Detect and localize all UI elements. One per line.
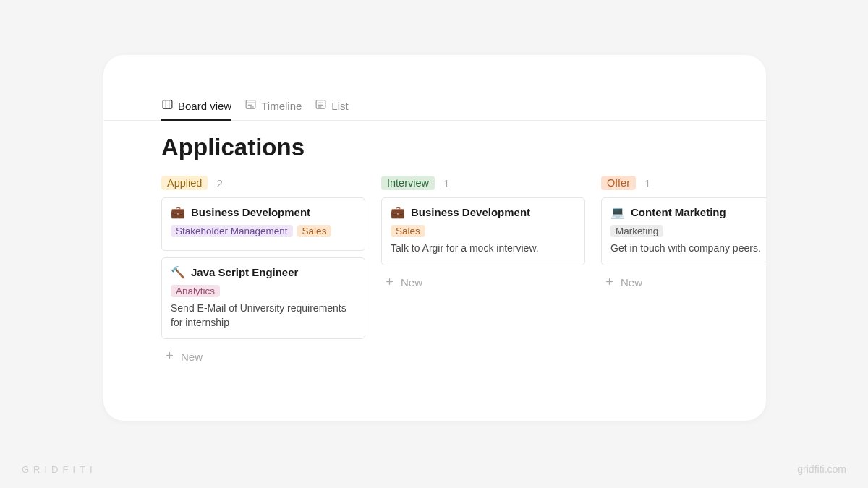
card-title: Business Development (191, 206, 310, 218)
watermark-url: gridfiti.com (797, 463, 846, 475)
card-title-row: 🔨Java Script Engineer (171, 265, 356, 279)
tag: Analytics (171, 285, 220, 297)
kanban-board: Applied2💼Business DevelopmentStakeholder… (103, 167, 766, 367)
column-header: Applied2 (161, 176, 365, 190)
card-tags: Analytics (171, 285, 356, 297)
new-card-button[interactable]: New (161, 346, 365, 367)
tab-board-view[interactable]: Board view (161, 98, 231, 121)
tab-timeline[interactable]: Timeline (244, 98, 302, 121)
app-window: Board view Timeline List Applications Ap… (103, 55, 766, 421)
column-count: 2 (216, 177, 222, 189)
new-card-button[interactable]: New (601, 272, 766, 294)
new-label: New (181, 351, 203, 363)
column-badge[interactable]: Offer (601, 176, 636, 190)
board-card[interactable]: 💼Business DevelopmentSalesTalk to Argir … (381, 197, 585, 265)
board-card[interactable]: 🔨Java Script EngineerAnalyticsSend E-Mai… (161, 257, 365, 339)
page-title: Applications (103, 121, 766, 167)
tag: Sales (297, 225, 332, 237)
column-applied: Applied2💼Business DevelopmentStakeholder… (161, 176, 365, 367)
card-title-row: 💻Content Marketing (610, 205, 766, 219)
card-title: Content Marketing (631, 206, 726, 218)
card-note: Talk to Argir for a mock interview. (391, 241, 576, 256)
tab-label: Board view (178, 100, 231, 112)
card-title-row: 💼Business Development (171, 205, 356, 219)
new-card-button[interactable]: New (381, 272, 585, 294)
tag: Stakeholder Management (171, 225, 293, 237)
tab-label: Timeline (261, 100, 302, 112)
card-title: Java Script Engineer (191, 266, 298, 278)
new-label: New (401, 276, 422, 288)
board-card[interactable]: 💻Content MarketingMarketingGet in touch … (601, 197, 766, 265)
card-note: Send E-Mail of University requirements f… (171, 301, 356, 330)
tab-list[interactable]: List (315, 98, 348, 121)
card-emoji-icon: 💻 (610, 205, 625, 219)
card-tags: Marketing (610, 225, 766, 237)
card-title: Business Development (411, 206, 530, 218)
column-count: 1 (443, 177, 449, 189)
card-emoji-icon: 💼 (171, 205, 185, 219)
board-icon (161, 98, 174, 113)
timeline-icon (244, 98, 257, 113)
card-tags: Sales (391, 225, 576, 237)
view-tabs: Board view Timeline List (103, 98, 766, 121)
card-emoji-icon: 💼 (391, 205, 405, 219)
column-interview: Interview1💼Business DevelopmentSalesTalk… (381, 176, 585, 367)
column-offer: Offer1💻Content MarketingMarketingGet in … (601, 176, 766, 367)
list-icon (315, 98, 327, 113)
plus-icon (164, 350, 175, 363)
column-header: Interview1 (381, 176, 585, 190)
tab-label: List (331, 100, 348, 112)
column-badge[interactable]: Interview (381, 176, 435, 190)
svg-rect-0 (163, 100, 172, 108)
tag: Marketing (610, 225, 663, 237)
card-title-row: 💼Business Development (391, 205, 576, 219)
tag: Sales (391, 225, 425, 237)
watermark-brand: GRIDFITI (22, 464, 97, 475)
column-count: 1 (644, 177, 650, 189)
card-note: Get in touch with company peers. (610, 241, 766, 256)
plus-icon (384, 276, 395, 289)
card-tags: Stakeholder ManagementSales (171, 225, 356, 237)
plus-icon (604, 276, 615, 289)
column-header: Offer1 (601, 176, 766, 190)
board-card[interactable]: 💼Business DevelopmentStakeholder Managem… (161, 197, 365, 251)
new-label: New (621, 276, 642, 288)
column-badge[interactable]: Applied (161, 176, 208, 190)
card-emoji-icon: 🔨 (171, 265, 185, 279)
